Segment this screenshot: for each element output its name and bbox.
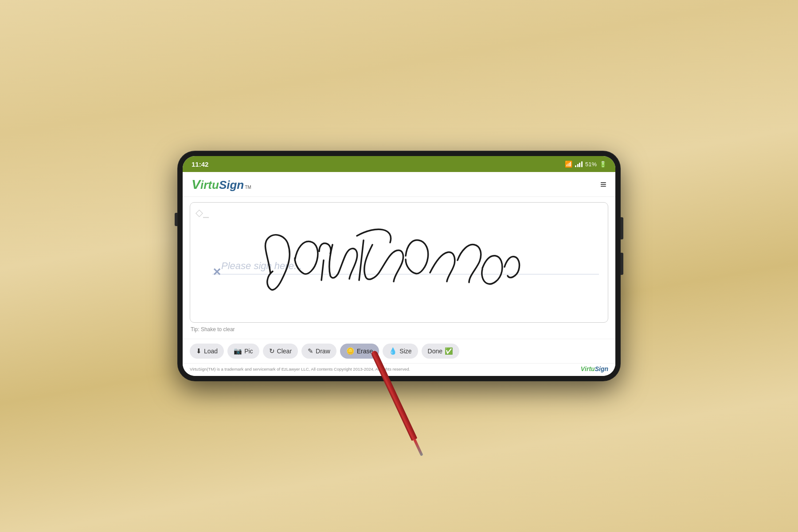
phone-wrapper: 11:42 📶 51% 🔋 V irtu (177, 151, 621, 381)
footer-logo-irtu: irtu (585, 365, 595, 372)
battery-percent: 51% (585, 161, 597, 168)
status-time: 11:42 (192, 160, 208, 168)
done-button[interactable]: Done ✅ (422, 344, 459, 359)
app-logo: V irtu Sign TM (192, 177, 251, 192)
phone-screen: 11:42 📶 51% 🔋 V irtu (183, 156, 615, 376)
draw-icon: ✎ (308, 347, 313, 355)
pic-icon: 📷 (234, 347, 242, 355)
hamburger-menu-icon[interactable]: ≡ (600, 179, 606, 190)
toolbar: ⬇ Load 📷 Pic ↻ Clear ✎ Draw 🪙 Erase (183, 339, 615, 363)
load-button[interactable]: ⬇ Load (190, 344, 224, 359)
right-button-2 (621, 253, 623, 275)
logo-sign: Sign (219, 178, 244, 192)
size-icon: 💧 (389, 347, 397, 355)
status-bar: 11:42 📶 51% 🔋 (183, 156, 615, 172)
phone-device: 11:42 📶 51% 🔋 V irtu (177, 151, 621, 381)
size-button[interactable]: 💧 Size (383, 344, 418, 359)
done-icon: ✅ (445, 347, 453, 355)
wifi-icon: 📶 (565, 160, 572, 168)
app-footer: VirtuSign(TM) is a trademark and service… (183, 363, 615, 376)
footer-logo-v: V (581, 365, 585, 372)
logo-tm: TM (245, 185, 251, 190)
logo-irtu: irtu (200, 178, 219, 192)
tip-text: Tip: Shake to clear (190, 326, 608, 332)
signal-bars-icon (575, 161, 583, 167)
footer-logo-sign: Sign (595, 365, 608, 372)
stylus-tip (413, 439, 423, 456)
signature-canvas[interactable]: ◇⎯ ✕ Please sign here... (190, 202, 608, 323)
right-button-1 (621, 217, 623, 239)
battery-icon: 🔋 (599, 161, 606, 168)
footer-logo: V irtu Sign (581, 365, 608, 372)
erase-icon: 🪙 (346, 347, 355, 355)
handwritten-signature (190, 203, 608, 322)
logo-v: V (192, 177, 200, 192)
draw-button[interactable]: ✎ Draw (301, 344, 336, 359)
clear-button[interactable]: ↻ Clear (263, 344, 298, 359)
load-icon: ⬇ (196, 347, 202, 355)
signature-area: ◇⎯ ✕ Please sign here... Tip: Shake to c… (183, 197, 615, 339)
app-header: V irtu Sign TM ≡ (183, 172, 615, 197)
status-icons: 📶 51% 🔋 (565, 160, 606, 168)
clear-icon: ↻ (269, 347, 275, 355)
pic-button[interactable]: 📷 Pic (227, 344, 259, 359)
